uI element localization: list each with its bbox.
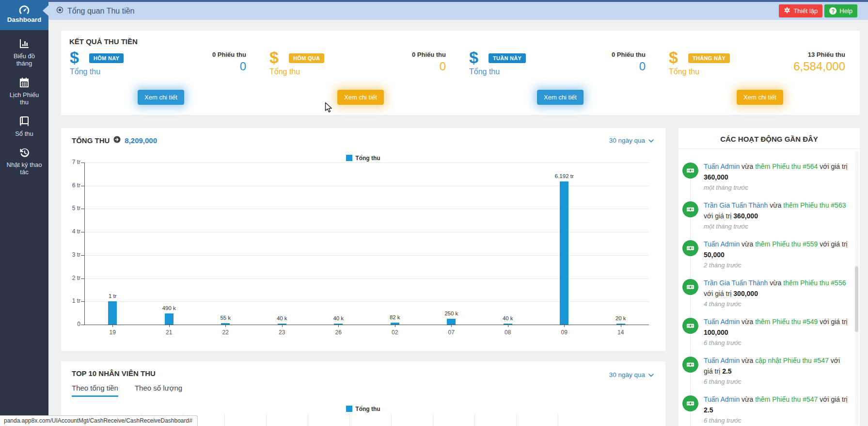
gridline [84, 163, 649, 163]
activity-text: Tuấn Admin vừa thêm Phiếu thu #549 với g… [704, 316, 849, 338]
sidebar-item-lich-phieu-thu[interactable]: Lịch Phiếu thu [0, 77, 48, 106]
status-url: panda.app8x.com/UIAccountMgt/CashReceive… [0, 415, 198, 426]
activity-receipt-link[interactable]: cập nhật Phiếu thu #547 [755, 357, 829, 364]
revenue-heading-row: TỔNG THU 8,209,000 [72, 136, 157, 145]
activity-item: Tuấn Admin vừa thêm Phiếu thu #564 với g… [679, 161, 854, 193]
gridline [474, 414, 475, 426]
y-tick [81, 186, 84, 186]
activity-user-link[interactable]: Tuấn Admin [704, 395, 740, 403]
scrollbar-thumb[interactable] [855, 266, 858, 332]
view-detail-button[interactable]: Xem chi tiết [537, 90, 584, 105]
activity-user-link[interactable]: Trần Gia Tuấn Thành [704, 279, 768, 287]
y-tick [81, 232, 84, 232]
top10-range-selector[interactable]: 30 ngày qua [609, 371, 654, 378]
activity-receipt-link[interactable]: thêm Phiếu thu #564 [755, 163, 818, 170]
banknote-icon [682, 163, 698, 179]
sidebar-item-label: Dashboard [7, 16, 42, 23]
receipt-count: 13 Phiếu thu [808, 51, 845, 58]
activity-user-link[interactable]: Trần Gia Tuấn Thành [704, 201, 768, 209]
activity-receipt-link[interactable]: thêm Phiếu thu #556 [783, 279, 846, 287]
period-badge: HÔM QUA [289, 53, 324, 63]
help-button[interactable]: ? Help [824, 4, 857, 17]
view-detail-button[interactable]: Xem chi tiết [337, 90, 384, 105]
bar-value-label: 40 k [486, 315, 530, 321]
revenue-legend[interactable]: Tổng thu [61, 153, 665, 162]
x-tick [621, 325, 621, 327]
sidebar-item-dashboard[interactable]: Dashboard [0, 0, 48, 30]
activity-time: 4 tháng trước [704, 299, 849, 310]
activity-receipt-link[interactable]: thêm Phiếu thu #563 [783, 201, 846, 209]
period-badge: HÔM NAY [89, 53, 124, 63]
gridline [433, 414, 433, 426]
gridline [391, 414, 392, 426]
period-badge: TUẦN NÀY [489, 53, 526, 63]
chart-bar[interactable] [108, 301, 117, 325]
banknote-icon [682, 201, 698, 217]
x-axis-label: 09 [547, 329, 581, 336]
dashboard-gauge-icon [6, 3, 42, 16]
activity-time: một tháng trước [704, 221, 849, 232]
x-tick [112, 325, 113, 327]
activity-item: Tuấn Admin vừa cập nhật Phiếu thu #547 v… [679, 355, 854, 387]
receipt-count: 0 Phiếu thu [212, 51, 246, 58]
settings-button[interactable]: Thiết lập [779, 4, 822, 17]
activity-user-link[interactable]: Tuấn Admin [704, 240, 740, 248]
banknote-icon [682, 279, 698, 295]
activity-time: một tháng trước [704, 182, 849, 193]
revenue-range-selector[interactable]: 30 ngày qua [609, 137, 654, 144]
x-axis-label: 22 [208, 329, 242, 336]
activity-value: 2.5 [722, 367, 731, 375]
chart-bar[interactable] [447, 319, 456, 325]
page-title: Tổng quan Thu tiền [56, 6, 134, 16]
activities-scrollbar[interactable] [855, 151, 858, 425]
card-total-label: Tổng thu [70, 67, 100, 76]
tab-theo-so-luong[interactable]: Theo số lượng [135, 384, 182, 397]
dollar-icon: $ [469, 48, 478, 67]
total-value: 6,584,000 [793, 60, 845, 73]
activity-receipt-link[interactable]: thêm Phiếu thu #559 [755, 240, 818, 248]
activity-item: Tuấn Admin vừa thêm Phiếu thu #559 với g… [679, 239, 854, 271]
tab-theo-tong-tien[interactable]: Theo tổng tiền [72, 384, 118, 397]
x-axis-label: 19 [95, 329, 129, 336]
activity-text: Trần Gia Tuấn Thành vừa thêm Phiếu thu #… [704, 278, 849, 299]
activity-text: Tuấn Admin vừa cập nhật Phiếu thu #547 v… [704, 355, 849, 377]
x-tick [395, 325, 395, 327]
y-tick [81, 325, 84, 325]
sidebar-item-label: Nhật ký thao tác [7, 161, 42, 176]
total-value: 0 [639, 60, 646, 73]
chart-bar[interactable] [165, 313, 174, 325]
activity-item: Trần Gia Tuấn Thành vừa thêm Phiếu thu #… [679, 278, 854, 310]
y-axis-label: 2 tr [56, 275, 80, 281]
activity-receipt-link[interactable]: thêm Phiếu thu #547 [755, 395, 818, 403]
receipt-count: 0 Phiếu thu [412, 51, 446, 58]
y-axis-label: 7 tr [56, 159, 80, 165]
activity-user-link[interactable]: Tuấn Admin [704, 357, 740, 364]
revenue-panel: TỔNG THU 8,209,000 30 ngày qua Tổng thu … [61, 128, 665, 351]
activity-time: 6 tháng trước [704, 338, 849, 348]
x-tick [564, 325, 565, 327]
view-detail-button[interactable]: Xem chi tiết [138, 90, 184, 105]
app-root: Dashboard Biểu đồ tháng Lịch Phiếu thu S… [0, 0, 868, 426]
dollar-icon: $ [669, 48, 678, 67]
activity-user-link[interactable]: Tuấn Admin [704, 163, 740, 170]
view-detail-button[interactable]: Xem chi tiết [737, 90, 783, 105]
sidebar-item-nhat-ky-thao-tac[interactable]: Nhật ký thao tác [0, 147, 48, 176]
sidebar-item-so-thu[interactable]: Sổ thu [0, 115, 48, 137]
activity-value: 2.5 [704, 406, 713, 414]
activity-item: Tuấn Admin vừa thêm Phiếu thu #547 với g… [679, 394, 854, 426]
y-tick [81, 255, 84, 256]
activity-text: Trần Gia Tuấn Thành vừa thêm Phiếu thu #… [704, 200, 849, 221]
arrow-circle-icon [113, 136, 121, 145]
x-tick [282, 325, 283, 327]
activity-user-link[interactable]: Tuấn Admin [704, 318, 740, 326]
total-value: 0 [240, 60, 246, 73]
question-icon: ? [829, 7, 836, 15]
bar-chart-icon [6, 38, 42, 49]
gridline [558, 414, 558, 426]
x-axis-label: 14 [604, 329, 638, 336]
activity-receipt-link[interactable]: thêm Phiếu thu #549 [755, 318, 818, 326]
sidebar-item-bieu-do-thang[interactable]: Biểu đồ tháng [0, 38, 48, 67]
chart-bar[interactable] [560, 181, 568, 325]
card-total-label: Tổng thu [669, 67, 699, 76]
top10-legend[interactable]: Tổng thu [61, 404, 665, 413]
